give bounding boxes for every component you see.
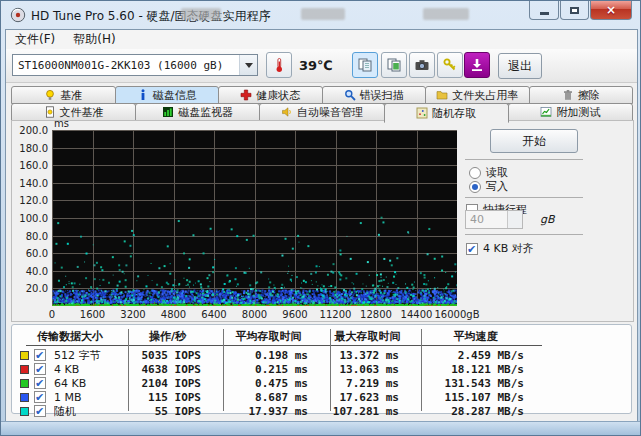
tab-folder-usage[interactable]: 文件夹占用率 <box>425 86 530 104</box>
window-frame-bottom <box>1 421 640 435</box>
align-checkbox[interactable]: 4 KB 对齐 <box>466 241 534 256</box>
tab-label: 文件夹占用率 <box>452 88 518 103</box>
series-checkbox[interactable] <box>34 377 46 389</box>
chevron-down-icon[interactable] <box>239 55 257 75</box>
redaction-smudge <box>423 8 469 20</box>
exit-button[interactable]: 退出 <box>498 53 542 79</box>
tab-random-access[interactable]: 随机存取 <box>384 103 509 123</box>
table-row: 随机 55 IOPS 17.937 ms 107.281 ms 28.287 M… <box>20 404 627 418</box>
y-tick-label: 120.0 <box>14 195 48 206</box>
checkbox-icon <box>466 243 478 255</box>
y-tick-label: 40.0 <box>14 266 48 277</box>
x-tick-label: 0 <box>49 309 55 320</box>
random-access-icon <box>416 107 428 119</box>
series-color-chip <box>20 365 29 374</box>
read-radio[interactable]: 读取 <box>469 165 508 180</box>
y-axis-unit-label: ms <box>54 118 69 129</box>
avg-access-value: 8.687 ms <box>215 391 322 404</box>
avg-speed-value: 115.107 MB/s <box>413 391 538 404</box>
tab-label: 基准 <box>60 88 82 103</box>
avg-speed-value: 2.459 MB/s <box>413 349 538 362</box>
avg-access-value: 0.475 ms <box>215 377 322 390</box>
avg-speed-value: 131.543 MB/s <box>413 377 538 390</box>
x-tick-label: 8000 <box>242 309 267 320</box>
column-header: 传输数据大小 <box>20 329 120 344</box>
app-window: HD Tune Pro 5.60 - 硬盘/固态硬盘实用程序 × 文件(F) 帮… <box>0 0 641 436</box>
app-icon <box>10 7 26 23</box>
iops-value: 2104 IOPS <box>120 377 215 390</box>
access-time-scatter-chart <box>52 130 457 306</box>
iops-value: 55 IOPS <box>120 405 215 418</box>
tab-label: 自动噪音管理 <box>297 105 363 120</box>
drive-select-value: ST16000NM001G-2KK103 (16000 gB) <box>13 59 239 72</box>
speaker-icon <box>281 106 293 118</box>
y-tick-label: 160.0 <box>14 160 48 171</box>
y-tick-label: 20.0 <box>14 283 48 294</box>
x-tick-label: 1600 <box>80 309 105 320</box>
minimize-button[interactable] <box>529 1 559 20</box>
tab-file-benchmark[interactable]: 文件基准 <box>11 103 136 121</box>
separator <box>465 159 583 160</box>
arrow-up-icon <box>508 211 522 220</box>
screenshot-button[interactable] <box>409 52 435 78</box>
y-tick-label: 140.0 <box>14 178 48 189</box>
align-checkbox-label: 4 KB 对齐 <box>483 241 534 256</box>
iops-value: 5035 IOPS <box>120 349 215 362</box>
close-button[interactable]: × <box>590 1 632 20</box>
tab-erase[interactable]: 擦除 <box>529 86 634 104</box>
tab-aam[interactable]: 自动噪音管理 <box>259 103 384 121</box>
tab-health[interactable]: 健康状态 <box>218 86 323 104</box>
x-tick-label: 9600 <box>282 309 307 320</box>
series-checkbox[interactable] <box>34 391 46 403</box>
x-tick-label: 14400 <box>401 309 433 320</box>
column-header: 最大存取时间 <box>322 329 413 344</box>
tab-benchmark[interactable]: 基准 <box>11 86 116 104</box>
keys-button[interactable] <box>437 52 463 78</box>
table-row: 1 MB 115 IOPS 8.687 ms 17.623 ms 115.107… <box>20 390 627 404</box>
copy-icon <box>357 57 373 73</box>
max-access-value: 17.623 ms <box>322 391 413 404</box>
capacity-stepper[interactable]: 40 <box>465 210 523 229</box>
avg-speed-value: 28.287 MB/s <box>413 405 538 418</box>
title-bar: HD Tune Pro 5.60 - 硬盘/固态硬盘实用程序 × <box>1 1 640 29</box>
menu-file[interactable]: 文件(F) <box>6 31 64 48</box>
series-checkbox[interactable] <box>34 349 46 361</box>
temperature-button[interactable] <box>266 52 292 78</box>
series-checkbox[interactable] <box>34 363 46 375</box>
disk-monitor-icon <box>162 106 174 118</box>
x-tick-label: 6400 <box>201 309 226 320</box>
save-button[interactable] <box>464 52 490 78</box>
write-radio-label: 写入 <box>486 179 508 194</box>
series-color-chip <box>20 379 29 388</box>
tab-disk-info[interactable]: 磁盘信息 <box>115 86 220 104</box>
separator <box>465 234 583 235</box>
menu-help[interactable]: 帮助(H) <box>64 31 124 48</box>
separator <box>465 197 583 198</box>
table-row: 4 KB 4638 IOPS 0.215 ms 13.063 ms 18.121… <box>20 362 627 376</box>
drive-select[interactable]: ST16000NM001G-2KK103 (16000 gB) <box>12 54 258 76</box>
tab-disk-monitor[interactable]: 磁盘监视器 <box>135 103 260 121</box>
start-button[interactable]: 开始 <box>490 129 578 153</box>
camera-icon <box>414 57 430 73</box>
tab-extra-tests[interactable]: 附加测试 <box>508 103 633 121</box>
max-access-value: 13.063 ms <box>322 363 413 376</box>
window-controls: × <box>528 1 632 20</box>
header-underline <box>26 345 542 346</box>
write-radio[interactable]: 写入 <box>469 179 508 194</box>
copy-text-button[interactable] <box>352 52 378 78</box>
start-button-label: 开始 <box>522 133 546 150</box>
bulb-icon <box>44 89 56 101</box>
maximize-button[interactable] <box>560 1 589 20</box>
series-checkbox[interactable] <box>34 405 46 417</box>
exit-button-label: 退出 <box>508 58 532 75</box>
copy-image-icon <box>386 57 402 73</box>
tab-error-scan[interactable]: 错误扫描 <box>322 86 427 104</box>
copy-image-button[interactable] <box>381 52 407 78</box>
tab-label: 健康状态 <box>256 88 300 103</box>
y-tick-label: 100.0 <box>14 213 48 224</box>
extra-tests-icon <box>540 106 552 118</box>
health-cross-icon <box>240 89 252 101</box>
stepper-arrows[interactable] <box>507 211 522 228</box>
column-header: 操作/秒 <box>120 329 215 344</box>
y-tick-label: 80.0 <box>14 231 48 242</box>
